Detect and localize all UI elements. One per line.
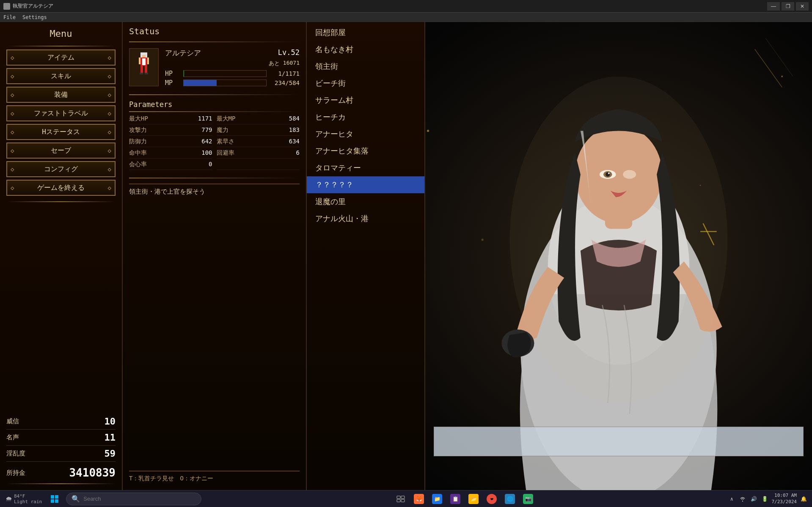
svg-point-13 (427, 130, 429, 132)
art-panel (425, 22, 812, 490)
menu-btn-save[interactable]: セーブ (6, 143, 116, 159)
location-item-10[interactable]: 退魔の里 (307, 193, 424, 210)
battery-icon[interactable]: 🔋 (760, 495, 769, 503)
params-inner-divider (129, 111, 300, 112)
mp-fill (184, 80, 217, 86)
svg-rect-35 (51, 499, 54, 503)
param-row-def: 防御力 642 (129, 137, 212, 147)
restore-button[interactable]: ❐ (782, 2, 794, 11)
stat-row-money: 所持金 3410839 (6, 464, 116, 482)
quest-divider (129, 178, 300, 178)
window-title: 執聖官アルテシア (13, 3, 767, 10)
app-icon-5[interactable]: ❤ (484, 492, 500, 506)
mp-label: MP (165, 79, 180, 87)
param-crit-label: 会心率 (129, 161, 147, 168)
location-item-4[interactable]: サラーム村 (307, 92, 424, 109)
param-maxmp-label: 最大MP (217, 115, 236, 123)
location-item-6[interactable]: アナーヒタ (307, 126, 424, 143)
menu-btn-equip[interactable]: 装備 (6, 87, 116, 103)
hp-row: HP 1/1171 (165, 70, 300, 77)
app-icon-7[interactable]: 📷 (520, 492, 536, 506)
app-icon-6[interactable]: 🌐 (502, 492, 518, 506)
taskview-button[interactable] (393, 492, 409, 506)
app-icon-2[interactable]: 📁 (429, 492, 445, 506)
menu-btn-equip-label: 装備 (54, 90, 68, 99)
quest-section: 領主街・港で上官を探そう (129, 184, 300, 199)
close-button[interactable]: ✕ (796, 2, 809, 11)
location-item-3[interactable]: ビーチ街 (307, 75, 424, 92)
param-maxhp-label: 最大HP (129, 115, 148, 123)
weather-section: 🌧 84°F Light rain (2, 493, 45, 504)
search-bar[interactable]: 🔍 (66, 493, 201, 505)
windows-logo-icon (50, 495, 59, 503)
param-row-evd: 回避率 6 (217, 148, 300, 159)
location-item-2[interactable]: 領主街 (307, 58, 424, 75)
svg-rect-5 (142, 58, 146, 65)
menu-btn-fast-travel[interactable]: ファストトラベル (6, 105, 116, 121)
location-item-11[interactable]: アナル火山・港 (307, 210, 424, 227)
menu-file[interactable]: File (3, 14, 16, 20)
notification-icon[interactable]: 🔔 (799, 495, 808, 503)
app-icon-1[interactable]: 🦊 (411, 492, 427, 506)
menu-settings[interactable]: Settings (22, 14, 47, 20)
menu-btn-item-label: アイテム (47, 53, 74, 62)
svg-rect-7 (147, 58, 149, 64)
menu-btn-quit-label: ゲームを終える (37, 184, 85, 192)
param-row-atk: 攻撃力 779 (129, 125, 212, 136)
tray-chevron[interactable]: ∧ (727, 495, 736, 503)
network-icon[interactable] (738, 495, 747, 503)
svg-rect-40 (401, 499, 405, 502)
param-row-maxhp: 最大HP 1171 (129, 114, 212, 124)
volume-icon[interactable]: 🔊 (749, 495, 758, 503)
location-item-8[interactable]: タロマティー (307, 159, 424, 176)
main-content: Menu アイテム スキル 装備 ファストトラベル Hステータス (0, 22, 812, 490)
menu-btn-skill-label: スキル (51, 72, 71, 81)
char-name-row: アルテシア Lv.52 (165, 48, 300, 58)
params-divider (129, 94, 300, 95)
app-icon-3[interactable]: 📋 (447, 492, 463, 506)
start-button[interactable] (45, 492, 64, 506)
menu-btn-item[interactable]: アイテム (6, 49, 116, 66)
char-ato-label: あと (269, 60, 280, 67)
location-item-9[interactable]: ？？？？？ (307, 176, 424, 193)
svg-rect-34 (55, 495, 58, 499)
app-icon (3, 3, 10, 10)
param-row-hit: 命中率 100 (129, 148, 212, 159)
left-panel: Menu アイテム スキル 装備 ファストトラベル Hステータス (0, 22, 123, 490)
menu-divider-bottom (6, 483, 116, 484)
param-row-crit: 会心率 0 (129, 159, 212, 170)
hint-text: T：乳首チラ見せ O：オナニー (129, 475, 300, 482)
title-bar: 執聖官アルテシア — ❐ ✕ (0, 0, 812, 13)
app-icon-4[interactable]: 📂 (465, 492, 482, 506)
stat-row-prestige: 威信 10 (6, 414, 116, 430)
minimize-button[interactable]: — (767, 2, 780, 11)
stat-value-money: 3410839 (69, 466, 116, 479)
menu-btn-h-status-label: Hステータス (42, 128, 80, 137)
weather-temp: 84°F (14, 493, 42, 499)
svg-rect-8 (140, 66, 143, 73)
mp-row: MP 234/584 (165, 79, 300, 87)
menu-btn-config[interactable]: コンフィグ (6, 161, 116, 177)
params-grid: 最大HP 1171 最大MP 584 攻撃力 779 魔力 183 (129, 114, 300, 170)
location-item-5[interactable]: ヒーチカ (307, 109, 424, 126)
clock-time: 10:07 AM (771, 493, 797, 499)
param-magic-value: 183 (289, 126, 300, 134)
svg-rect-33 (51, 495, 54, 499)
search-input[interactable] (83, 496, 196, 502)
svg-point-14 (781, 76, 783, 77)
location-item-1[interactable]: 名もなき村 (307, 41, 424, 58)
stat-value-lewdness: 59 (105, 448, 116, 459)
menu-btn-skill[interactable]: スキル (6, 68, 116, 84)
location-item-7[interactable]: アナーヒタ集落 (307, 143, 424, 159)
location-item-0[interactable]: 回想部屋 (307, 24, 424, 41)
menu-btn-quit[interactable]: ゲームを終える (6, 180, 116, 196)
clock-date: 7/23/2024 (771, 499, 797, 505)
search-icon: 🔍 (72, 495, 80, 503)
clock[interactable]: 10:07 AM 7/23/2024 (771, 493, 797, 505)
param-row-maxmp: 最大MP 584 (217, 114, 300, 124)
svg-rect-11 (145, 73, 148, 74)
param-maxhp-value: 1171 (198, 115, 212, 123)
svg-rect-3 (146, 52, 147, 58)
window-controls: — ❐ ✕ (767, 2, 809, 11)
menu-btn-h-status[interactable]: Hステータス (6, 124, 116, 140)
